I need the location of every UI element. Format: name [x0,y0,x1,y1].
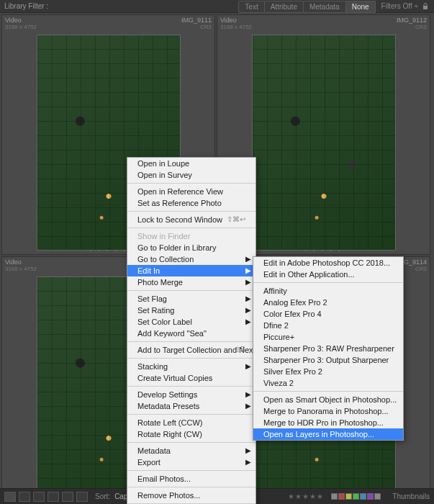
menu-item[interactable]: Sharpener Pro 3: Output Sharpener [253,354,403,366]
submenu-arrow-icon: ▶ [245,446,251,454]
menu-item[interactable]: Create Virtual Copies [127,372,256,384]
submenu-arrow-icon: ▶ [245,458,251,466]
submenu-arrow-icon: ▶ [245,402,251,410]
menu-shortcut: ⇧B [235,346,245,354]
menu-item[interactable]: Remove Photos... [127,490,256,501]
cell-tag: Video [5,258,37,266]
color-chip[interactable] [338,493,345,500]
menu-separator [127,442,256,443]
cell-header: Video 3168 x 4752 IMG_9111 CR2 [2,15,214,32]
color-chip[interactable] [367,493,374,500]
cell-header: Video 3168 x 4752 IMG_9112 CR2 [217,15,430,32]
menu-item[interactable]: Rotate Right (CW) [127,428,256,440]
cell-dimensions: 3168 x 4752 [5,24,37,30]
submenu-arrow-icon: ▶ [245,362,251,370]
menu-item[interactable]: Edit in Adobe Photoshop CC 2018... [253,257,403,269]
filter-tab-attribute[interactable]: Attribute [264,1,304,13]
menu-item[interactable]: Edit in Other Application... [253,269,403,280]
menu-item[interactable]: Sharpener Pro 3: RAW Presharpener [253,343,403,354]
menu-item[interactable]: Metadata Presets▶ [127,400,256,412]
menu-item[interactable]: Set Rating▶ [127,305,256,316]
tool-button[interactable] [62,492,73,502]
menu-item[interactable]: Affinity [253,285,403,297]
color-label-filter [331,493,381,500]
menu-item[interactable]: Add to Target Collection and Next⇧B [127,344,256,356]
menu-separator [127,358,256,359]
tool-button[interactable] [48,492,59,502]
submenu-arrow-icon: ▶ [245,266,251,274]
menu-item[interactable]: Export▶ [127,456,256,468]
menu-item[interactable]: Silver Efex Pro 2 [253,366,403,377]
menu-separator [127,487,256,487]
rating-filter[interactable]: ★★★★★ [288,492,324,500]
submenu-arrow-icon: ▶ [245,255,251,263]
menu-item[interactable]: Go to Folder in Library [127,242,256,253]
menu-item[interactable]: Set Color Label▶ [127,316,256,328]
color-chip[interactable] [345,493,352,500]
menu-item[interactable]: Go to Collection▶ [127,253,256,265]
context-menu-editin: Edit in Adobe Photoshop CC 2018...Edit i… [253,256,404,441]
color-chip[interactable] [360,493,366,500]
tool-button[interactable] [19,492,30,502]
color-chip[interactable] [331,493,338,500]
filter-tab-text[interactable]: Text [238,1,264,13]
menu-item[interactable]: Piccure+ [253,331,403,343]
menu-item[interactable]: Stacking▶ [127,361,256,372]
cell-format: CR2 [181,24,212,30]
menu-item: Show in Finder [127,230,256,242]
color-chip[interactable] [374,493,381,500]
menu-separator [253,391,403,392]
svg-rect-0 [423,6,428,9]
cell-dimensions: 3168 x 4752 [220,24,252,30]
thumbnail-image[interactable] [252,35,396,251]
thumbnail-grid: Video 3168 x 4752 IMG_9111 CR2 . . . . .… [0,13,434,488]
cell-tag: Video [5,17,37,24]
menu-item[interactable]: Develop Settings▶ [127,389,256,400]
grid-view-button[interactable] [4,492,16,502]
menu-item[interactable]: Color Efex Pro 4 [253,308,403,320]
context-menu-main: Open in LoupeOpen in SurveyOpen in Refer… [127,157,256,504]
menu-item[interactable]: Dfine 2 [253,320,403,331]
menu-item[interactable]: Rotate Left (CCW) [127,417,256,428]
sort-label: Sort: [95,492,110,500]
menu-separator [127,228,256,228]
submenu-arrow-icon: ▶ [245,278,251,286]
tool-button[interactable] [33,492,45,502]
filter-tab-none[interactable]: None [345,1,376,13]
cell-format: CR2 [397,24,427,30]
menu-separator [127,211,256,212]
menu-separator [127,341,256,342]
menu-item[interactable]: Photo Merge▶ [127,276,256,288]
cell-filename: IMG_9112 [397,17,427,24]
menu-item[interactable]: Add Keyword "Sea" [127,328,256,339]
menu-item[interactable]: Set as Reference Photo [127,197,256,209]
submenu-arrow-icon: ▶ [245,306,251,314]
menu-item[interactable]: Merge to Panorama in Photoshop... [253,405,403,417]
menu-separator [253,282,403,283]
menu-item[interactable]: Metadata▶ [127,445,256,456]
lock-icon[interactable] [421,2,430,11]
library-filter-label: Library Filter : [4,2,48,10]
menu-item[interactable]: Open as Layers in Photoshop... [253,428,403,440]
menu-item[interactable]: Merge to HDR Pro in Photoshop... [253,417,403,428]
filter-tab-metadata[interactable]: Metadata [303,1,346,13]
menu-item[interactable]: Email Photos... [127,473,256,485]
menu-separator [127,290,256,291]
menu-item[interactable]: Open as Smart Object in Photoshop... [253,394,403,405]
menu-item[interactable]: Open in Reference View [127,186,256,197]
menu-item[interactable]: Open in Loupe [127,158,256,169]
menu-item[interactable]: Edit In▶ [127,265,256,276]
chevron-down-icon: ÷ [415,2,419,10]
cell-tag: Video [220,17,252,24]
tool-button[interactable] [76,492,88,502]
menu-item[interactable]: Analog Efex Pro 2 [253,297,403,308]
menu-separator [127,386,256,387]
menu-item[interactable]: Viveza 2 [253,377,403,389]
color-chip[interactable] [353,493,359,500]
menu-item[interactable]: Set Flag▶ [127,293,256,305]
submenu-arrow-icon: ▶ [245,294,251,302]
menu-shortcut: ⇧⌘↩ [227,215,245,223]
filters-off-dropdown[interactable]: Filters Off ÷ [381,2,418,10]
menu-item[interactable]: Open in Survey [127,169,256,181]
menu-item[interactable]: Lock to Second Window⇧⌘↩ [127,214,256,225]
